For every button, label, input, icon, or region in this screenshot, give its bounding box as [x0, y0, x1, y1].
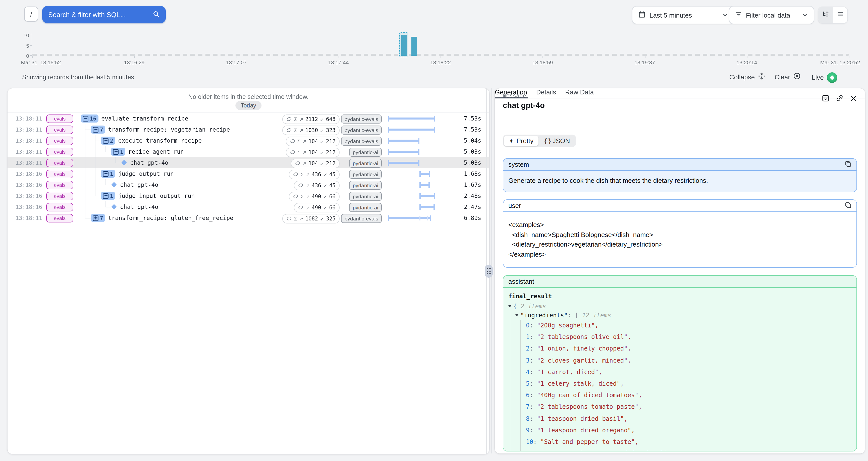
span-timestamp: 13:18:11	[16, 159, 42, 166]
token-coin-icon	[286, 127, 292, 133]
x-tick-mark	[236, 56, 237, 58]
duration-bar	[388, 179, 438, 190]
collapse-children-button[interactable]: 1	[111, 148, 125, 156]
minus-box-icon	[103, 171, 108, 177]
output-tokens: 648	[326, 116, 336, 122]
x-tick-mark	[747, 56, 747, 58]
evals-badge: evals	[46, 159, 73, 167]
tab-raw-data[interactable]: Raw Data	[565, 88, 594, 98]
input-tokens: 436	[312, 171, 321, 177]
token-coin-icon	[298, 183, 304, 188]
final-result-label: final_result	[508, 293, 851, 300]
x-tick-mark	[32, 56, 33, 58]
input-tokens: 490	[312, 205, 321, 210]
child-count: 1	[120, 149, 123, 155]
live-toggle[interactable]: Live	[812, 72, 837, 83]
json-array-item: 4: "1 carrot, diced",	[526, 367, 851, 378]
today-chip: Today	[235, 101, 261, 110]
span-name: evaluate transform_recipe	[101, 115, 188, 122]
dock-panel-icon[interactable]	[822, 94, 829, 102]
output-tokens: 323	[326, 127, 336, 133]
span-row[interactable]: 13:18:11evalschat gpt-4o↗104↙212pydantic…	[7, 157, 489, 168]
copy-link-icon[interactable]	[836, 94, 843, 102]
span-row[interactable]: 13:18:11evals7transform_recipe: vegetari…	[7, 124, 489, 135]
span-row[interactable]: 13:18:11evals16evaluate transform_recipe…	[7, 113, 489, 124]
filter-label: Filter local data	[746, 11, 790, 19]
json-array-item: 9: "1 teaspoon dried oregano",	[526, 425, 851, 436]
token-usage-chip: Σ↗490↙66	[289, 192, 340, 201]
child-count: 2	[110, 137, 113, 144]
json-array-item: 11: "Parmesan cheese, grated (optional)"	[526, 448, 851, 452]
child-span-tick	[420, 216, 421, 220]
span-row[interactable]: 13:18:11evals1recipe_agent runΣ↗104↙212p…	[7, 146, 489, 157]
collapse-children-button[interactable]: 1	[101, 170, 115, 178]
span-duration: 7.53s	[464, 115, 481, 122]
input-tokens-arrow-icon: ↗	[299, 216, 303, 221]
span-row[interactable]: 13:18:16evals1judge_input_output runΣ↗49…	[7, 190, 489, 202]
token-usage-chip: Σ↗1082↙325	[283, 214, 340, 223]
output-tokens: 212	[326, 160, 336, 166]
y-tick-label: 0	[14, 53, 29, 59]
output-tokens-arrow-icon: ↙	[323, 193, 327, 199]
x-tick-label: 13:18:59	[532, 59, 553, 65]
clear-button[interactable]: Clear	[775, 72, 801, 81]
evals-badge: evals	[46, 181, 73, 189]
span-duration: 5.04s	[464, 137, 481, 144]
assistant-role-label: assistant	[508, 278, 534, 285]
span-row[interactable]: 13:18:11evals7transform_recipe: gluten_f…	[7, 212, 489, 223]
span-row[interactable]: 13:18:16evalschat gpt-4o↗436↙45pydantic-…	[7, 179, 489, 190]
duration-bar	[388, 113, 438, 124]
splitter-drag-handle[interactable]	[485, 265, 493, 278]
minus-box-icon	[93, 127, 98, 132]
token-coin-icon	[289, 149, 295, 155]
json-root-line[interactable]: { 2 items	[508, 302, 851, 311]
tab-generation[interactable]: Generation	[495, 88, 527, 98]
json-ingredients-line[interactable]: "ingredients": [ 12 items	[516, 311, 851, 320]
list-view-toggle[interactable]	[833, 7, 847, 23]
pretty-toggle-button[interactable]: ✦Pretty	[504, 135, 538, 146]
scope-tag: pydantic-evals	[341, 136, 382, 145]
span-timestamp: 13:18:16	[16, 204, 42, 210]
assistant-message-card: assistant final_result { 2 items"ingredi…	[503, 275, 857, 452]
collapse-children-button[interactable]: 1	[101, 192, 115, 200]
evals-badge: evals	[46, 115, 73, 123]
span-row[interactable]: 13:18:16evals1judge_output runΣ↗436↙45py…	[7, 168, 489, 179]
span-row[interactable]: 13:18:16evalschat gpt-4o↗490↙66pydantic-…	[7, 202, 489, 212]
histogram-bar[interactable]	[412, 37, 417, 56]
evals-badge: evals	[46, 148, 73, 156]
evals-badge: evals	[46, 203, 73, 211]
time-range-select[interactable]: Last 5 minutes	[632, 6, 734, 24]
collapse-children-button[interactable]: 16	[81, 115, 98, 123]
span-name: judge_input_output run	[118, 192, 195, 199]
histogram-bar[interactable]	[401, 35, 407, 56]
filter-local-data-select[interactable]: Filter local data	[729, 6, 814, 24]
span-name: chat gpt-4o	[130, 159, 168, 166]
copy-icon[interactable]	[845, 160, 851, 168]
json-toggle-button[interactable]: { } JSON	[539, 135, 575, 146]
expand-children-button[interactable]: 7	[91, 214, 105, 222]
child-count: 1	[110, 193, 113, 199]
tab-details[interactable]: Details	[536, 88, 556, 98]
copy-icon[interactable]	[845, 202, 851, 210]
collapse-button[interactable]: Collapse	[730, 72, 765, 81]
span-row[interactable]: 13:18:11evals2execute transform_recipeΣ↗…	[7, 135, 489, 146]
tree-view-toggle[interactable]	[818, 7, 833, 23]
output-tokens: 66	[329, 205, 336, 210]
user-message-text: <examples> <dish_name>Spaghetti Bolognes…	[503, 212, 857, 267]
input-tokens-arrow-icon: ↗	[302, 160, 306, 166]
evals-badge: evals	[46, 136, 73, 145]
evals-badge: evals	[46, 170, 73, 178]
span-duration: 5.03s	[464, 159, 481, 166]
scope-tag: pydantic-ai	[349, 192, 382, 201]
output-tokens-arrow-icon: ↙	[320, 116, 324, 122]
caret-down-icon	[508, 305, 512, 307]
collapse-children-button[interactable]: 7	[91, 126, 105, 133]
close-icon[interactable]	[850, 95, 857, 102]
duration-bar	[388, 124, 438, 135]
output-tokens-arrow-icon: ↙	[320, 160, 324, 166]
x-tick-label: 13:17:44	[328, 59, 349, 65]
slash-key-label: /	[30, 10, 32, 18]
search-input[interactable]: Search & filter with SQL...	[42, 6, 166, 23]
output-tokens-arrow-icon: ↙	[323, 205, 327, 210]
collapse-children-button[interactable]: 2	[101, 136, 115, 145]
